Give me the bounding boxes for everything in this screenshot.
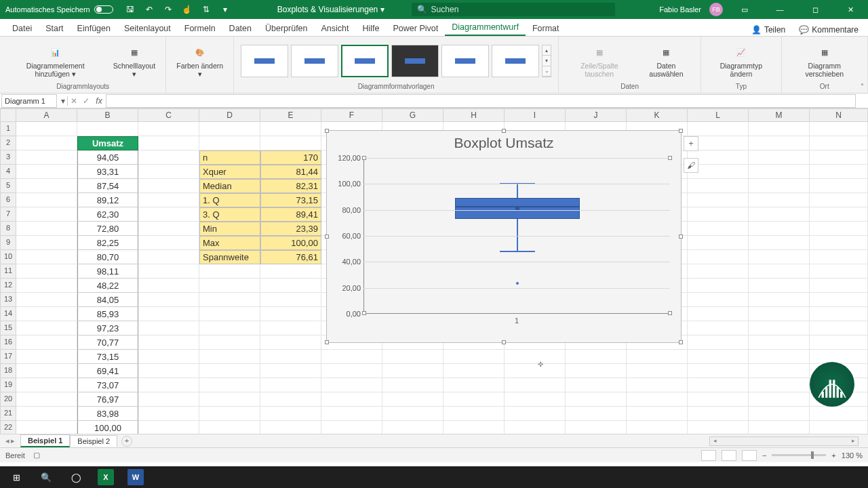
cell[interactable] [627, 421, 688, 434]
cell[interactable] [16, 165, 77, 179]
resize-handle[interactable] [679, 235, 683, 239]
cell[interactable] [138, 364, 199, 378]
row-header[interactable]: 19 [0, 378, 16, 392]
cell[interactable] [321, 350, 382, 364]
excel-taskbar-icon[interactable]: X [92, 467, 119, 487]
cell[interactable]: 76,61 [260, 250, 321, 264]
row-header[interactable]: 6 [0, 193, 16, 207]
cell[interactable] [749, 321, 810, 336]
cell[interactable] [566, 364, 627, 378]
cell[interactable] [749, 150, 810, 165]
cell[interactable] [688, 179, 749, 193]
document-title[interactable]: Boxplots & Visualisierungen ▾ [277, 5, 384, 14]
cell[interactable] [382, 364, 443, 378]
cell[interactable] [260, 293, 321, 307]
tab-format[interactable]: Format [526, 21, 566, 36]
cell[interactable] [749, 193, 810, 207]
chart-style-2[interactable] [291, 45, 338, 77]
cell[interactable]: 93,31 [77, 165, 138, 179]
cell[interactable]: 89,12 [77, 193, 138, 207]
cell[interactable] [688, 293, 749, 307]
cell[interactable] [16, 350, 77, 364]
cell[interactable] [138, 321, 199, 336]
row-header[interactable]: 1 [0, 122, 16, 136]
cell[interactable] [749, 421, 810, 434]
select-all-corner[interactable] [0, 108, 16, 122]
cell[interactable] [688, 250, 749, 264]
chart-style-6[interactable] [492, 45, 539, 77]
enter-formula-icon[interactable]: ✓ [80, 96, 92, 106]
cell[interactable]: Spannweite [199, 250, 260, 264]
row-header[interactable]: 15 [0, 321, 16, 336]
cell[interactable] [810, 336, 868, 350]
col-header[interactable]: D [199, 108, 260, 122]
resize-handle[interactable] [679, 129, 683, 133]
col-header[interactable]: L [688, 108, 749, 122]
cell[interactable]: 98,11 [77, 264, 138, 279]
zoom-level[interactable]: 130 % [842, 451, 863, 460]
cell[interactable] [260, 279, 321, 293]
cell[interactable] [16, 407, 77, 421]
row-header[interactable]: 13 [0, 293, 16, 307]
cell[interactable] [260, 136, 321, 150]
chart-style-4[interactable] [391, 45, 439, 77]
cell[interactable]: 97,23 [77, 321, 138, 336]
cell[interactable] [16, 421, 77, 434]
cell[interactable] [627, 392, 688, 407]
cell[interactable] [566, 392, 627, 407]
cell[interactable] [138, 378, 199, 392]
cell[interactable] [810, 421, 868, 434]
cell[interactable]: 83,98 [77, 407, 138, 421]
cell[interactable] [749, 293, 810, 307]
cell[interactable]: 89,41 [260, 207, 321, 222]
maximize-button[interactable]: ◻ [802, 0, 829, 19]
spreadsheet-grid[interactable]: A B C D E F G H I J K L M N 123456789101… [0, 108, 868, 434]
chart-style-3[interactable] [341, 45, 389, 77]
row-header[interactable]: 21 [0, 407, 16, 421]
cell[interactable] [627, 407, 688, 421]
col-header[interactable]: A [16, 108, 77, 122]
tab-daten[interactable]: Daten [222, 21, 258, 36]
start-button[interactable]: ⊞ [3, 467, 30, 487]
cell[interactable] [321, 378, 382, 392]
cell[interactable] [505, 392, 566, 407]
row-header[interactable]: 9 [0, 236, 16, 250]
row-header[interactable]: 4 [0, 165, 16, 179]
change-chart-type-button[interactable]: 📈Diagrammtyp ändern [708, 42, 774, 79]
col-header[interactable]: G [382, 108, 443, 122]
cell[interactable]: 82,31 [260, 179, 321, 193]
cell[interactable] [321, 421, 382, 434]
cell[interactable] [688, 207, 749, 222]
cell[interactable]: 72,80 [77, 222, 138, 236]
cell[interactable] [688, 279, 749, 293]
cell[interactable] [688, 122, 749, 136]
cell[interactable] [749, 336, 810, 350]
tab-ansicht[interactable]: Ansicht [315, 21, 356, 36]
row-header[interactable]: 7 [0, 207, 16, 222]
move-chart-button[interactable]: ▦Diagramm verschieben [789, 42, 861, 79]
add-sheet-button[interactable]: + [121, 436, 132, 447]
cell[interactable] [16, 321, 77, 336]
cell[interactable] [260, 350, 321, 364]
cell[interactable] [199, 321, 260, 336]
cell[interactable] [749, 136, 810, 150]
resize-handle[interactable] [679, 340, 683, 344]
cell[interactable] [138, 264, 199, 279]
zoom-in-button[interactable]: + [831, 451, 835, 460]
tab-power-pivot[interactable]: Power Pivot [387, 21, 446, 36]
cell[interactable] [382, 407, 443, 421]
cell[interactable]: 100,00 [77, 421, 138, 434]
cell[interactable]: 73,15 [77, 350, 138, 364]
plot-resize-handle[interactable] [362, 311, 366, 315]
col-header[interactable]: I [505, 108, 566, 122]
cell[interactable] [138, 392, 199, 407]
cell[interactable] [199, 136, 260, 150]
cell[interactable] [199, 122, 260, 136]
cell[interactable] [810, 165, 868, 179]
cell[interactable] [199, 421, 260, 434]
cell[interactable] [16, 378, 77, 392]
cell[interactable] [505, 378, 566, 392]
cell[interactable] [688, 236, 749, 250]
cell[interactable] [810, 250, 868, 264]
cell[interactable] [443, 392, 505, 407]
